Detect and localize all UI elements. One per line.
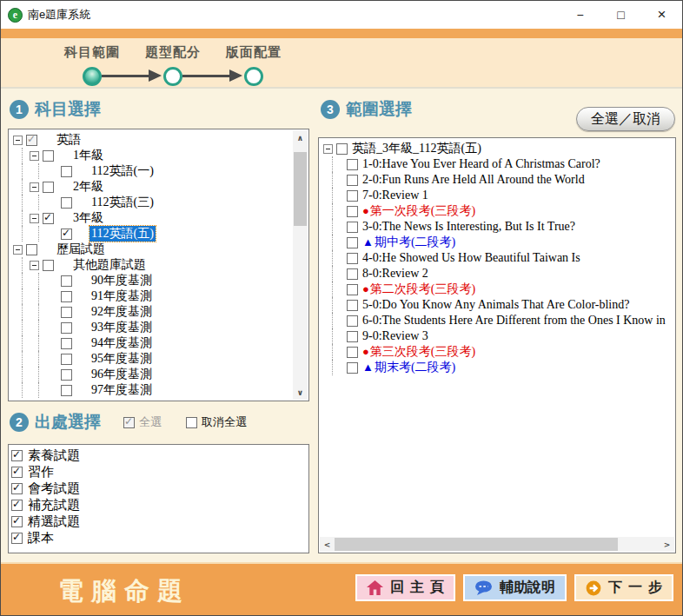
checkbox-icon[interactable] (11, 500, 23, 511)
maximize-button[interactable]: □ (600, 1, 641, 29)
checkbox-icon[interactable] (61, 354, 72, 365)
checkbox-icon[interactable] (11, 467, 23, 478)
checkbox-icon[interactable] (347, 331, 358, 342)
checkbox-icon[interactable] (43, 150, 54, 162)
checkbox-icon[interactable] (347, 362, 358, 374)
tree-item[interactable]: 1-0:Have You Ever Heard of A Christmas C… (323, 156, 674, 172)
checkbox-icon[interactable] (61, 307, 72, 318)
tree-item[interactable]: ●第一次段考(三段考) (323, 203, 674, 219)
tree-item[interactable]: ▲期中考(二段考) (323, 235, 674, 250)
collapse-minus-icon[interactable] (30, 151, 39, 161)
tree-item[interactable]: 96年度基測 (13, 367, 293, 382)
collapse-minus-icon[interactable] (323, 144, 333, 154)
tree-item[interactable]: 94年度基測 (13, 335, 293, 351)
checkbox-icon[interactable] (347, 175, 358, 186)
checkbox-icon[interactable] (61, 338, 72, 349)
checkbox-icon[interactable] (123, 417, 135, 428)
checkbox-icon[interactable] (11, 533, 23, 544)
collapse-minus-icon[interactable] (30, 214, 39, 223)
back-home-button[interactable]: 回主頁 (355, 574, 455, 601)
source-list-item[interactable]: 習作 (11, 464, 308, 480)
tree-item[interactable]: 英語_3年級_112英語(五) (323, 141, 674, 156)
tree-item[interactable]: 2-0:Fun Runs Are Held All Around the Wor… (323, 172, 674, 188)
horizontal-scrollbar[interactable]: < > (320, 537, 674, 552)
tree-item[interactable]: 英語 (13, 132, 293, 148)
tree-item[interactable]: 3年級 (13, 210, 293, 226)
scroll-right-icon[interactable]: > (660, 537, 674, 552)
tree-item[interactable]: 9-0:Review 3 (323, 328, 674, 344)
help-button[interactable]: 輔助說明 (463, 574, 567, 601)
minimize-button[interactable]: − (560, 1, 600, 29)
source-list-item[interactable]: 課本 (11, 530, 308, 546)
checkbox-icon[interactable] (347, 159, 358, 170)
checkbox-icon[interactable] (347, 284, 358, 295)
checkbox-icon[interactable] (347, 206, 358, 217)
checkbox-icon[interactable] (43, 213, 54, 224)
vertical-scrollbar[interactable]: ∧ ∨ (293, 130, 308, 400)
scroll-up-icon[interactable]: ∧ (293, 130, 308, 145)
tree-item[interactable]: 97年度基測 (13, 382, 293, 398)
checkbox-icon[interactable] (61, 275, 72, 287)
checkbox-icon[interactable] (336, 143, 348, 155)
checkbox-icon[interactable] (347, 315, 358, 327)
scroll-left-icon[interactable]: < (320, 537, 335, 552)
tree-item[interactable]: 其他題庫試題 (13, 257, 293, 273)
tree-item[interactable]: 112英語(一) (13, 163, 293, 179)
checkbox-icon[interactable] (11, 450, 23, 461)
select-all-toggle-button[interactable]: 全選／取消 (576, 107, 675, 131)
tree-item[interactable]: 歷屆試題 (13, 242, 293, 257)
checkbox-icon[interactable] (61, 229, 72, 240)
tree-item[interactable]: ●第二次段考(三段考) (323, 282, 674, 297)
tree-item[interactable]: 93年度基測 (13, 320, 293, 335)
scrollbar-thumb[interactable] (335, 538, 618, 551)
checkbox-icon[interactable] (186, 417, 197, 428)
tree-item[interactable]: 8-0:Review 2 (323, 266, 674, 282)
tree-item[interactable]: 91年度基測 (13, 288, 293, 304)
checkbox-icon[interactable] (347, 190, 358, 202)
deselect-all-checkbox[interactable]: 取消全選 (186, 414, 247, 430)
tree-item[interactable]: ▲期末考(二段考) (323, 360, 674, 375)
checkbox-icon[interactable] (61, 197, 72, 209)
tree-item[interactable]: 7-0:Review 1 (323, 188, 674, 203)
collapse-minus-icon[interactable] (30, 261, 39, 270)
scroll-down-icon[interactable]: ∨ (293, 385, 308, 400)
tree-item[interactable]: 2年級 (13, 179, 293, 195)
checkbox-icon[interactable] (61, 385, 72, 396)
source-list-item[interactable]: 素養試題 (11, 447, 308, 464)
checkbox-icon[interactable] (11, 483, 23, 494)
checkbox-icon[interactable] (347, 253, 358, 264)
tree-item[interactable]: 92年度基測 (13, 304, 293, 320)
checkbox-icon[interactable] (26, 135, 37, 146)
checkbox-icon[interactable] (347, 222, 358, 233)
tree-item[interactable]: 6-0:The Students Here Are Different from… (323, 313, 674, 328)
checkbox-icon[interactable] (43, 260, 54, 271)
checkbox-icon[interactable] (26, 244, 37, 255)
source-list-item[interactable]: 會考試題 (11, 480, 308, 497)
tree-item[interactable]: 1年級 (13, 148, 293, 163)
tree-item[interactable]: 95年度基測 (13, 351, 293, 367)
checkbox-icon[interactable] (347, 268, 358, 280)
checkbox-icon[interactable] (61, 291, 72, 302)
checkbox-icon[interactable] (11, 516, 23, 527)
close-button[interactable]: × (641, 1, 682, 29)
tree-item[interactable]: 112英語(五) (13, 226, 293, 242)
checkbox-icon[interactable] (347, 300, 358, 311)
tree-item[interactable]: 5-0:Do You Know Any Animals That Are Col… (323, 297, 674, 313)
collapse-minus-icon[interactable] (13, 245, 23, 255)
checkbox-icon[interactable] (61, 369, 72, 381)
next-step-button[interactable]: 下一步 (574, 574, 673, 601)
collapse-minus-icon[interactable] (13, 136, 23, 145)
checkbox-icon[interactable] (61, 166, 72, 177)
collapse-minus-icon[interactable] (30, 182, 39, 192)
checkbox-icon[interactable] (61, 322, 72, 334)
tree-item[interactable]: 4-0:He Showed Us How Beautiful Taiwan Is (323, 250, 674, 266)
tree-item[interactable]: 3-0:The News Is Interesting, But Is It T… (323, 219, 674, 235)
checkbox-icon[interactable] (347, 237, 358, 248)
scrollbar-thumb[interactable] (294, 152, 307, 226)
select-all-checkbox[interactable]: 全選 (123, 414, 162, 430)
source-list-item[interactable]: 精選試題 (11, 513, 308, 530)
source-list-item[interactable]: 補充試題 (11, 497, 308, 513)
tree-item[interactable]: ●第三次段考(三段考) (323, 344, 674, 360)
checkbox-icon[interactable] (347, 347, 358, 358)
checkbox-icon[interactable] (43, 182, 54, 193)
